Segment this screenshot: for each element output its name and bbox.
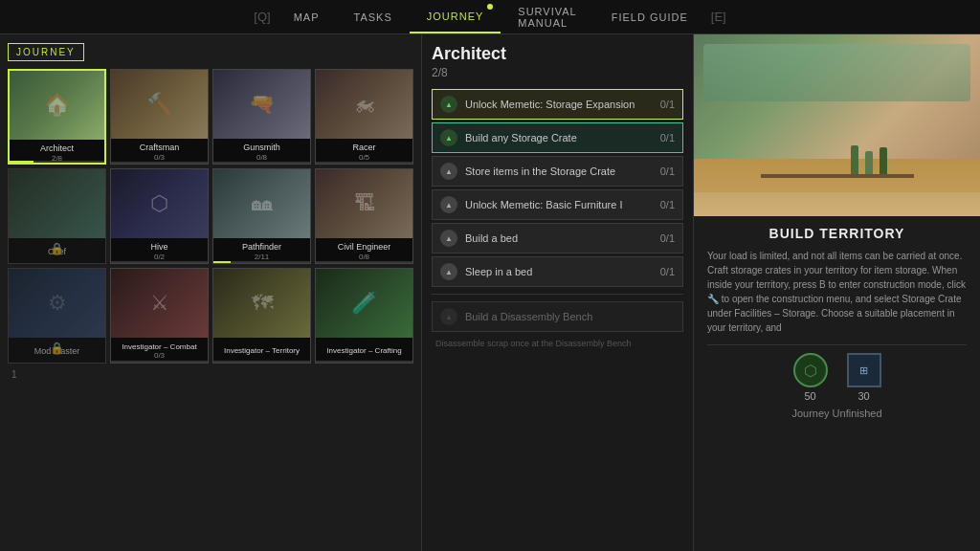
build-territory-title: BUILD TERRITORY bbox=[707, 226, 967, 241]
task-5-icon: ▲ bbox=[440, 230, 457, 247]
mod-master-lock-icon: 🔒 bbox=[50, 342, 64, 355]
card-inv-combat-label: Investigator – Combat 0/3 bbox=[111, 338, 208, 364]
card-pathfinder-progress: 2/11 bbox=[255, 253, 270, 261]
card-gunsmith-label: Gunsmith 0/8 bbox=[213, 139, 310, 165]
task-2-count: 0/1 bbox=[660, 132, 675, 143]
task-1-count: 0/1 bbox=[660, 99, 675, 110]
right-panel: BUILD TERRITORY Your load is limited, an… bbox=[694, 34, 980, 551]
journey-label: JOURNEY bbox=[8, 43, 84, 61]
card-gunsmith-name: Gunsmith bbox=[243, 143, 280, 153]
card-civil-engineer[interactable]: 🏗 Civil Engineer 0/8 bbox=[315, 168, 413, 264]
task-store-items[interactable]: ▲ Store items in the Storage Crate 0/1 bbox=[432, 156, 683, 187]
task-separator bbox=[432, 294, 683, 295]
left-panel: JOURNEY 🏠 Architect 2/8 🔨 Craftsman bbox=[0, 34, 421, 551]
hex-icon: ⬡ bbox=[804, 362, 817, 380]
task-4-text: Unlock Memetic: Basic Furniture I bbox=[465, 199, 655, 210]
task-7-icon: ▲ bbox=[440, 308, 457, 325]
page-number: 1 bbox=[11, 369, 17, 380]
card-inv-territory-name: Investigator – Territory bbox=[224, 346, 300, 356]
card-mod-bg: ⚙ bbox=[9, 269, 105, 338]
card-craftsman-label: Craftsman 0/3 bbox=[111, 139, 208, 165]
card-pathfinder-label: Pathfinder 2/11 bbox=[213, 238, 310, 264]
card-hive-name: Hive bbox=[150, 242, 167, 253]
top-navigation: [Q] MAP TASKS JOURNEY SURVIVALMANUAL FIE… bbox=[0, 0, 980, 34]
task-build-bed[interactable]: ▲ Build a bed 0/1 bbox=[432, 223, 683, 253]
right-content: BUILD TERRITORY Your load is limited, an… bbox=[694, 216, 980, 551]
nav-tasks[interactable]: TASKS bbox=[336, 0, 409, 33]
card-inv-crafting[interactable]: 🧪 Investigator – Crafting bbox=[315, 268, 413, 364]
task-6-icon: ▲ bbox=[440, 263, 457, 280]
card-mod-master[interactable]: ⚙ Mod Master 🔒 bbox=[8, 268, 106, 364]
quest-tasks: ▲ Unlock Memetic: Storage Expansion 0/1 … bbox=[432, 89, 683, 348]
card-hive[interactable]: ⬡ Hive 0/2 bbox=[110, 168, 209, 264]
lock-icon: 🔒 bbox=[50, 242, 64, 255]
card-architect[interactable]: 🏠 Architect 2/8 bbox=[8, 69, 106, 165]
task-5-count: 0/1 bbox=[660, 232, 675, 244]
journey-status: Journey Unfinished bbox=[707, 408, 967, 419]
card-inv-combat-bg: ⚔ bbox=[111, 269, 208, 338]
build-territory-desc: Your load is limited, and not all items … bbox=[707, 249, 967, 335]
task-3-icon: ▲ bbox=[440, 163, 457, 180]
card-inv-crafting-name: Investigator – Crafting bbox=[326, 346, 401, 356]
nav-field-guide[interactable]: FIELD GUIDE bbox=[594, 0, 705, 33]
nav-survival-manual[interactable]: SURVIVALMANUAL bbox=[501, 0, 593, 33]
middle-panel: Architect 2/8 ▲ Unlock Memetic: Storage … bbox=[421, 34, 694, 551]
card-pathfinder-name: Pathfinder bbox=[242, 242, 281, 253]
icon-1-value: 50 bbox=[804, 390, 815, 402]
card-civil-engineer-progress: 0/8 bbox=[359, 253, 369, 261]
card-pathfinder-bg: 🏘 bbox=[213, 169, 310, 238]
card-craftsman[interactable]: 🔨 Craftsman 0/3 bbox=[110, 69, 209, 165]
e-bracket[interactable]: [E] bbox=[705, 10, 732, 24]
disassembly-note: Disassemble scrap once at the Disassembl… bbox=[432, 339, 683, 348]
card-racer[interactable]: 🏍 Racer 0/5 bbox=[315, 69, 413, 165]
card-architect-bg: 🏠 bbox=[10, 71, 104, 140]
card-hive-bg: ⬡ bbox=[111, 169, 208, 238]
task-4-count: 0/1 bbox=[660, 199, 675, 210]
task-6-count: 0/1 bbox=[660, 266, 675, 277]
card-racer-name: Racer bbox=[352, 143, 375, 153]
card-inv-crafting-label: Investigator – Crafting bbox=[316, 338, 412, 364]
task-build-storage-crate[interactable]: ▲ Build any Storage Crate 0/1 bbox=[432, 122, 683, 153]
task-2-text: Build any Storage Crate bbox=[465, 132, 655, 143]
icon-item-1: ⬡ 50 bbox=[793, 353, 828, 402]
card-racer-label: Racer 0/5 bbox=[316, 139, 412, 165]
card-chef[interactable]: Chef 🔒 bbox=[8, 168, 106, 264]
task-3-count: 0/1 bbox=[660, 165, 675, 177]
divider bbox=[707, 344, 967, 345]
card-racer-bg: 🏍 bbox=[316, 70, 412, 139]
yellow-dot-indicator bbox=[487, 4, 493, 10]
card-inv-combat[interactable]: ⚔ Investigator – Combat 0/3 bbox=[110, 268, 209, 364]
quest-progress: 2/8 bbox=[432, 66, 683, 79]
card-civil-engineer-name: Civil Engineer bbox=[338, 242, 391, 253]
task-6-text: Sleep in a bed bbox=[465, 266, 655, 277]
task-4-icon: ▲ bbox=[440, 196, 457, 213]
card-gunsmith[interactable]: 🔫 Gunsmith 0/8 bbox=[212, 69, 311, 165]
task-unlock-memetic-furniture[interactable]: ▲ Unlock Memetic: Basic Furniture I 0/1 bbox=[432, 189, 683, 220]
task-7-text: Build a Disassembly Bench bbox=[465, 311, 675, 322]
task-1-text: Unlock Memetic: Storage Expansion bbox=[465, 99, 655, 110]
card-inv-combat-progress: 0/3 bbox=[154, 351, 165, 360]
task-unlock-memetic-storage[interactable]: ▲ Unlock Memetic: Storage Expansion 0/1 bbox=[432, 89, 683, 120]
task-sleep-in-bed[interactable]: ▲ Sleep in a bed 0/1 bbox=[432, 256, 683, 287]
icon-circle-1: ⬡ bbox=[793, 353, 828, 387]
card-craftsman-progress: 0/3 bbox=[154, 153, 165, 162]
card-gunsmith-bg: 🔫 bbox=[213, 70, 310, 139]
card-craftsman-name: Craftsman bbox=[140, 143, 180, 153]
icon-square-1: ⊞ bbox=[847, 353, 881, 387]
card-inv-territory[interactable]: 🗺 Investigator – Territory bbox=[212, 268, 311, 364]
q-bracket[interactable]: [Q] bbox=[248, 10, 276, 24]
icon-2-value: 30 bbox=[858, 390, 869, 402]
card-pathfinder[interactable]: 🏘 Pathfinder 2/11 bbox=[212, 168, 311, 264]
task-1-icon: ▲ bbox=[440, 96, 457, 113]
task-build-disassembly-bench[interactable]: ▲ Build a Disassembly Bench bbox=[432, 301, 683, 332]
card-civil-bg: 🏗 bbox=[316, 169, 412, 238]
card-civil-engineer-label: Civil Engineer 0/8 bbox=[316, 238, 412, 264]
right-panel-image bbox=[694, 34, 980, 216]
card-hive-label: Hive 0/2 bbox=[111, 238, 208, 264]
card-inv-combat-name: Investigator – Combat bbox=[122, 342, 196, 352]
quest-title: Architect bbox=[432, 44, 683, 64]
nav-map[interactable]: MAP bbox=[277, 0, 337, 33]
square-icon: ⊞ bbox=[859, 364, 868, 377]
bottom-icons: ⬡ 50 ⊞ 30 bbox=[707, 353, 967, 402]
card-inv-crafting-bg: 🧪 bbox=[316, 269, 412, 338]
